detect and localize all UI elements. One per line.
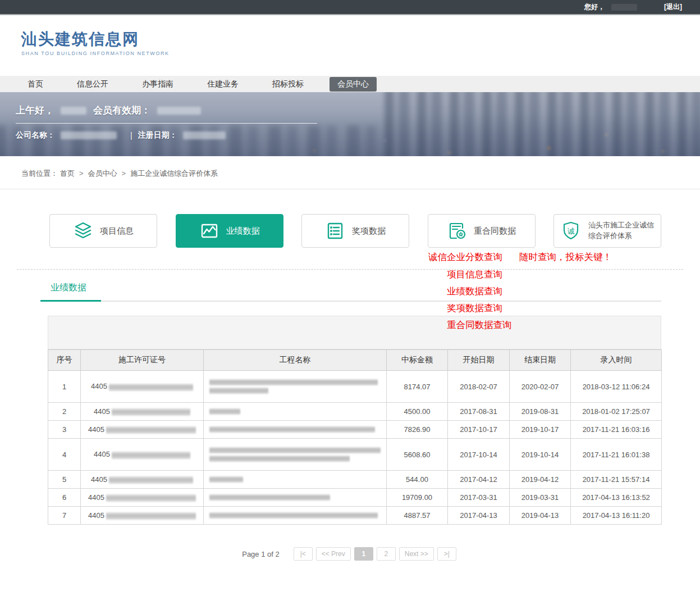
site-title: 汕头建筑信息网 bbox=[21, 30, 700, 49]
project-name-redacted bbox=[209, 494, 330, 501]
column-header: 录入时间 bbox=[571, 350, 662, 371]
company-name-label: 公司名称： bbox=[16, 130, 55, 140]
performance-data-button[interactable]: 业绩数据 bbox=[176, 214, 283, 248]
contract-data-button[interactable]: 重合同数据 bbox=[428, 214, 536, 248]
logout-link[interactable]: [退出] bbox=[664, 2, 682, 12]
cell-index: 1 bbox=[48, 371, 81, 403]
page-summary: Page 1 of 2 bbox=[242, 550, 280, 558]
nav-item-service-guide[interactable]: 办事指南 bbox=[134, 77, 181, 92]
cell-entry-time: 2017-04-13 16:13:52 bbox=[571, 489, 662, 507]
cell-index: 5 bbox=[48, 471, 81, 489]
page-number-button[interactable]: 2 bbox=[377, 547, 396, 561]
cell-end-date: 2019-10-14 bbox=[510, 439, 571, 471]
cell-license: 4405 bbox=[81, 371, 204, 403]
cell-entry-time: 2018-01-02 17:25:07 bbox=[571, 403, 662, 421]
breadcrumb-separator: > bbox=[79, 169, 84, 178]
tab-active-indicator bbox=[40, 300, 101, 302]
cell-license: 4405 bbox=[81, 489, 204, 507]
breadcrumb-item[interactable]: 会员中心 bbox=[88, 169, 117, 178]
cell-index: 3 bbox=[48, 421, 81, 439]
table-row: 344057826.902017-10-172019-10-172017-11-… bbox=[48, 421, 662, 439]
hero-separator: | bbox=[130, 131, 132, 140]
table-row: 744054887.572017-04-132019-04-132017-04-… bbox=[48, 507, 662, 525]
award-data-button[interactable]: 奖项数据 bbox=[301, 214, 409, 248]
project-name-redacted bbox=[209, 379, 378, 385]
cell-entry-time: 2017-11-21 15:57:14 bbox=[571, 471, 662, 489]
license-redacted bbox=[109, 384, 193, 391]
annotation-item: 奖项数据查询 bbox=[447, 302, 502, 315]
page-number-button[interactable]: 1 bbox=[354, 547, 373, 561]
breadcrumb-label: 当前位置： bbox=[21, 169, 58, 178]
breadcrumb-item[interactable]: 首页 bbox=[60, 169, 75, 178]
register-value-redacted bbox=[183, 131, 226, 139]
breadcrumb-item[interactable]: 施工企业诚信综合评价体系 bbox=[130, 169, 218, 178]
last-page-button[interactable]: >| bbox=[437, 547, 456, 561]
nav-item-member-center[interactable]: 会员中心 bbox=[330, 77, 377, 92]
cell-project-name bbox=[204, 489, 387, 507]
cell-project-name bbox=[204, 371, 387, 403]
cell-bid-amount: 4500.00 bbox=[387, 403, 448, 421]
layers-icon bbox=[73, 221, 93, 241]
project-name-redacted bbox=[209, 388, 268, 394]
nav-item-info-disclosure[interactable]: 信息公开 bbox=[69, 77, 116, 92]
cell-index: 7 bbox=[48, 507, 81, 525]
table-header-row: 序号施工许可证号工程名称中标金额开始日期结束日期录入时间 bbox=[48, 350, 662, 371]
svg-text:诚: 诚 bbox=[568, 227, 575, 235]
column-header: 施工许可证号 bbox=[81, 350, 204, 371]
column-header: 序号 bbox=[48, 350, 81, 371]
prev-page-button[interactable]: << Prev bbox=[316, 547, 351, 561]
project-name-redacted bbox=[209, 447, 381, 453]
project-info-button[interactable]: 项目信息 bbox=[49, 214, 157, 248]
cell-project-name bbox=[204, 507, 387, 525]
nav-item-bidding[interactable]: 招标投标 bbox=[264, 77, 312, 92]
project-name-redacted bbox=[209, 476, 243, 483]
annotation-score-query: 诚信企业分数查询 bbox=[428, 251, 502, 263]
annotation-item: 重合同数据查询 bbox=[447, 319, 512, 331]
license-redacted bbox=[112, 452, 190, 459]
contract-award-icon bbox=[447, 221, 467, 241]
column-header: 开始日期 bbox=[448, 350, 510, 371]
table-row: 6440519709.002017-03-312019-03-312017-04… bbox=[48, 489, 662, 507]
cell-entry-time: 2017-04-13 16:11:20 bbox=[571, 507, 662, 525]
hero-greeting: 上午好， bbox=[16, 104, 54, 117]
cell-end-date: 2019-10-17 bbox=[510, 421, 571, 439]
company-value-redacted bbox=[61, 131, 117, 139]
cell-end-date: 2019-04-12 bbox=[510, 471, 571, 489]
first-page-button[interactable]: |< bbox=[294, 547, 313, 561]
pagination: Page 1 of 2|<<< Prev12Next >>>| bbox=[0, 547, 700, 561]
license-redacted bbox=[106, 426, 196, 434]
column-header: 工程名称 bbox=[204, 350, 387, 371]
cell-license: 4405 bbox=[81, 439, 204, 471]
license-prefix: 4405 bbox=[94, 450, 110, 458]
next-page-button[interactable]: Next >> bbox=[399, 547, 434, 561]
member-banner: 上午好， 会员有效期： 公司名称： | 注册日期： bbox=[0, 92, 700, 156]
tab-performance-data[interactable]: 业绩数据 bbox=[40, 278, 86, 301]
section-title: 业绩数据 bbox=[51, 283, 86, 292]
module-label: 重合同数据 bbox=[474, 226, 516, 236]
table-toolbar-empty bbox=[48, 316, 661, 349]
module-label: 奖项数据 bbox=[352, 226, 386, 236]
module-buttons: 项目信息 业绩数据 奖项数据 bbox=[49, 214, 661, 248]
cell-bid-amount: 19709.00 bbox=[387, 489, 448, 507]
site-subtitle: SHAN TOU BUILDING INFORMATION NETWORK bbox=[21, 51, 700, 56]
nav-item-housing-business[interactable]: 住建业务 bbox=[199, 77, 246, 92]
cell-bid-amount: 544.00 bbox=[387, 471, 448, 489]
table-row: 244054500.002017-08-312019-08-312018-01-… bbox=[48, 403, 662, 421]
breadcrumb: 当前位置：首页>会员中心>施工企业诚信综合评价体系 bbox=[0, 156, 700, 189]
dashed-divider bbox=[17, 269, 683, 270]
chart-icon bbox=[199, 221, 219, 241]
column-header: 结束日期 bbox=[510, 350, 571, 371]
site-logo[interactable]: 汕头建筑信息网 SHAN TOU BUILDING INFORMATION NE… bbox=[0, 15, 700, 56]
cell-project-name bbox=[204, 421, 387, 439]
table-row: 144058174.072018-02-072020-02-072018-03-… bbox=[48, 371, 662, 403]
cell-end-date: 2020-02-07 bbox=[510, 371, 571, 403]
cell-start-date: 2017-04-13 bbox=[448, 507, 510, 525]
project-name-redacted bbox=[209, 456, 350, 462]
integrity-system-button[interactable]: 诚 汕头市施工企业诚信综合评价体系 bbox=[553, 214, 661, 248]
nav-item-home[interactable]: 首页 bbox=[20, 77, 51, 92]
table-row: 444055608.602017-10-142019-10-142017-11-… bbox=[48, 439, 662, 471]
license-redacted bbox=[106, 494, 196, 502]
annotation-item: 项目信息查询 bbox=[447, 269, 502, 281]
topbar: 您好， [退出] bbox=[0, 0, 700, 15]
annotation-slogan: 随时查询，投标关键！ bbox=[519, 251, 612, 263]
